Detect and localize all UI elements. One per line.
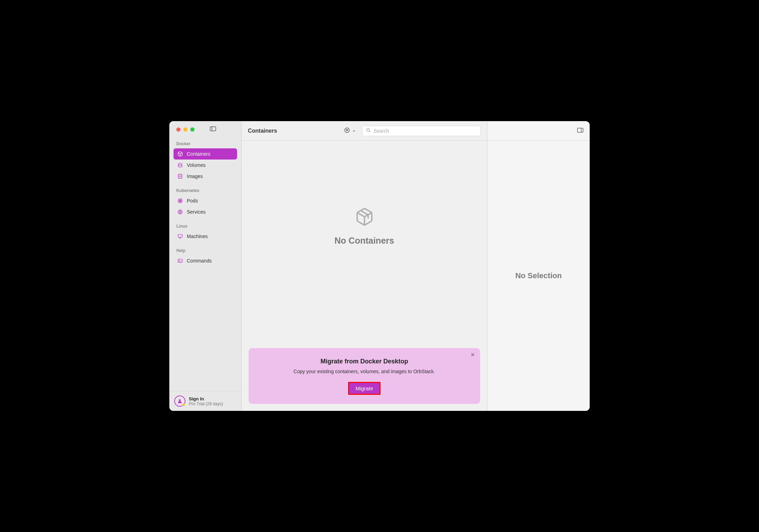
sidebar-item-services[interactable]: Services	[174, 206, 237, 217]
sign-in-button[interactable]: Sign In Pro Trial (29 days)	[169, 391, 241, 411]
terminal-icon	[177, 258, 183, 264]
svg-rect-18	[178, 259, 182, 262]
svg-line-26	[369, 131, 370, 132]
sidebar-item-containers[interactable]: Containers	[174, 148, 237, 160]
detail-body: No Selection	[487, 141, 590, 411]
trial-status: Pro Trial (29 days)	[189, 401, 223, 406]
svg-rect-4	[178, 174, 182, 178]
main-body: No Containers Migrate from Docker Deskto…	[242, 141, 487, 411]
svg-point-20	[179, 399, 180, 401]
sidebar-item-machines[interactable]: Machines	[174, 231, 237, 242]
traffic-lights	[176, 127, 194, 132]
sidebar-item-images[interactable]: Images	[174, 171, 237, 182]
close-banner-button[interactable]	[470, 352, 475, 359]
status-dot-icon	[182, 403, 185, 406]
helm-icon	[177, 198, 183, 204]
sidebar-item-label: Pods	[187, 198, 198, 204]
sidebar-item-label: Commands	[187, 258, 212, 264]
sidebar-item-label: Images	[187, 173, 203, 179]
titlebar	[169, 121, 241, 138]
sidebar-item-label: Machines	[187, 234, 208, 239]
migrate-banner: Migrate from Docker Desktop Copy your ex…	[249, 348, 480, 404]
detail-toggle-icon[interactable]	[577, 128, 583, 134]
globe-icon	[177, 209, 183, 215]
main-pane: Containers No Containers	[242, 121, 487, 411]
sidebar-section-kubernetes: Kubernetes Pods Services	[174, 187, 237, 217]
filter-button[interactable]	[342, 126, 357, 136]
section-header: Help	[174, 247, 237, 254]
toolbar: Containers	[242, 121, 487, 141]
svg-point-25	[367, 128, 369, 131]
footer-text: Sign In Pro Trial (29 days)	[189, 396, 223, 406]
search-field[interactable]	[362, 126, 481, 136]
image-icon	[177, 173, 183, 179]
sidebar-content: Docker Containers Volumes	[169, 138, 241, 391]
svg-rect-0	[210, 127, 216, 131]
sidebar-item-label: Volumes	[187, 162, 206, 168]
banner-title: Migrate from Docker Desktop	[256, 358, 473, 365]
close-window-button[interactable]	[176, 127, 180, 132]
disk-icon	[177, 162, 183, 168]
filter-icon	[344, 127, 350, 135]
detail-empty-title: No Selection	[515, 271, 562, 280]
svg-rect-15	[178, 235, 182, 237]
empty-state-title: No Containers	[334, 236, 394, 246]
sidebar-toggle-icon[interactable]	[210, 126, 216, 133]
maximize-window-button[interactable]	[190, 127, 194, 132]
section-header: Linux	[174, 222, 237, 230]
search-input[interactable]	[374, 128, 477, 134]
chevron-down-icon	[352, 128, 356, 134]
detail-toolbar	[487, 121, 590, 141]
monitor-icon	[177, 233, 183, 239]
sidebar-item-label: Services	[187, 209, 206, 215]
package-empty-icon	[355, 207, 374, 228]
detail-pane: No Selection	[487, 121, 590, 411]
avatar-icon	[174, 396, 185, 407]
box-icon	[177, 151, 183, 157]
page-title: Containers	[248, 128, 338, 134]
sidebar-item-commands[interactable]: Commands	[174, 255, 237, 266]
banner-body: Copy your existing containers, volumes, …	[256, 369, 473, 374]
migrate-button[interactable]: Migrate	[348, 382, 380, 395]
sign-in-label: Sign In	[189, 396, 223, 401]
app-window: Docker Containers Volumes	[169, 121, 590, 411]
sidebar-section-docker: Docker Containers Volumes	[174, 140, 237, 182]
sidebar: Docker Containers Volumes	[169, 121, 242, 411]
section-header: Kubernetes	[174, 187, 237, 194]
sidebar-item-pods[interactable]: Pods	[174, 195, 237, 206]
sidebar-item-volumes[interactable]: Volumes	[174, 160, 237, 171]
sidebar-section-help: Help Commands	[174, 247, 237, 266]
search-icon	[366, 128, 371, 134]
sidebar-item-label: Containers	[187, 151, 211, 157]
section-header: Docker	[174, 140, 237, 148]
svg-rect-30	[577, 128, 583, 132]
minimize-window-button[interactable]	[183, 127, 187, 132]
sidebar-section-linux: Linux Machines	[174, 222, 237, 242]
